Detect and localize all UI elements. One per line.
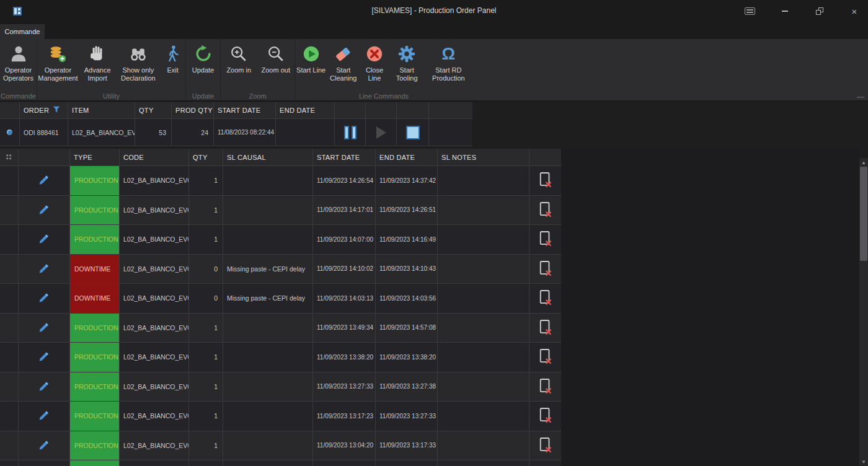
pencil-icon <box>37 232 51 247</box>
exit-button[interactable]: Exit <box>161 43 185 82</box>
sl-causal-column-header[interactable]: SL CAUSAL <box>223 149 313 165</box>
start-date-cell: 11/09/2023 13:27:33 <box>313 372 376 402</box>
edit-button[interactable] <box>19 343 70 372</box>
code-cell: L02_BA_BIANCO_EVO2 <box>120 402 189 431</box>
advance-import-button[interactable]: Advance Import <box>79 43 116 82</box>
edit-button[interactable] <box>19 255 70 284</box>
zoom-out-button[interactable]: Zoom out <box>258 43 294 74</box>
edit-button[interactable] <box>19 225 70 254</box>
table-row-partial[interactable] <box>0 460 561 466</box>
vertical-scrollbar[interactable]: ▲ ▼ <box>859 158 868 466</box>
table-row[interactable]: DOWNTIME L02_BA_BIANCO_EVO2 0 Missing pa… <box>0 284 561 314</box>
ribbon-group-update: Update Update <box>186 39 221 101</box>
causal-cell <box>223 372 313 402</box>
ribbon-splitter-grip[interactable] <box>857 97 864 98</box>
edit-button[interactable] <box>19 284 70 313</box>
sl-notes-column-header[interactable]: SL NOTES <box>438 149 529 165</box>
table-row[interactable]: PRODUCTION L02_BA_BIANCO_EVO2 1 11/09/20… <box>0 225 561 255</box>
funnel-icon[interactable] <box>53 106 60 115</box>
order-column-header[interactable]: ORDER <box>20 102 68 118</box>
item-column-header[interactable]: ITEM <box>68 102 135 118</box>
end-date-cell: 11/09/2023 14:37:42 <box>376 166 438 195</box>
scroll-up-icon[interactable]: ▲ <box>859 158 868 167</box>
code-cell: L02_BA_BIANCO_EVO2 <box>120 225 189 254</box>
table-row[interactable]: PRODUCTION L02_BA_BIANCO_EVO2 1 11/09/20… <box>0 431 561 461</box>
header-spacer <box>366 102 397 118</box>
qty-column-header[interactable]: QTY <box>189 149 223 165</box>
scroll-down-icon[interactable]: ▼ <box>859 457 868 466</box>
close-line-button[interactable]: Close Line <box>360 43 389 82</box>
type-cell: DOWNTIME <box>70 255 120 284</box>
scrollbar-thumb[interactable] <box>860 167 867 261</box>
type-column-header[interactable]: TYPE <box>70 149 120 165</box>
start-date-cell: 11/09/2023 13:04:20 <box>313 431 376 460</box>
row-indicator <box>0 225 19 254</box>
pause-button[interactable] <box>335 119 366 146</box>
edit-button[interactable] <box>19 402 70 431</box>
ribbon-group-label: Line Commands <box>295 92 472 100</box>
document-delete-icon <box>539 437 552 454</box>
table-row[interactable]: PRODUCTION L02_BA_BIANCO_EVO2 1 11/09/20… <box>0 166 561 196</box>
end-date-column-header[interactable]: END DATE <box>376 149 438 165</box>
restore-icon[interactable] <box>810 5 829 17</box>
stop-button[interactable] <box>397 119 429 146</box>
table-row[interactable]: PRODUCTION L02_BA_BIANCO_EVO2 1 11/09/20… <box>0 196 561 226</box>
ribbon-group-utility: Operator Management Advance Import Show … <box>37 39 186 101</box>
end-date-column-header[interactable]: END DATE <box>276 102 335 118</box>
row-indicator <box>0 166 19 195</box>
tab-commande[interactable]: Commande <box>0 24 45 39</box>
edit-button[interactable] <box>19 431 70 460</box>
play-button[interactable] <box>366 119 397 146</box>
button-label: Zoom in <box>226 66 251 74</box>
order-row[interactable]: ODI 888461 L02_BA_BIANCO_EV... 53 24 11/… <box>0 119 472 146</box>
delete-button[interactable] <box>529 284 561 313</box>
minimize-icon[interactable] <box>776 5 794 17</box>
update-button[interactable]: Update <box>187 43 219 74</box>
show-only-declaration-button[interactable]: Show only Declaration <box>117 43 160 82</box>
delete-button[interactable] <box>529 372 561 402</box>
notes-cell <box>438 314 529 343</box>
type-cell: PRODUCTION <box>70 402 120 431</box>
type-cell: PRODUCTION <box>70 166 120 195</box>
gear-icon <box>396 43 417 64</box>
button-label: Operator Operators <box>1 66 37 82</box>
qty-cell: 1 <box>189 314 223 343</box>
close-icon[interactable]: × <box>845 5 864 17</box>
operator-operators-button[interactable]: Operator Operators <box>1 43 37 82</box>
delete-button[interactable] <box>529 402 561 431</box>
edit-button[interactable] <box>19 196 70 225</box>
start-line-button[interactable]: Start Line <box>296 43 327 82</box>
delete-button[interactable] <box>529 166 561 195</box>
start-rd-production-button[interactable]: Ω Start RD Production <box>425 43 472 82</box>
qty-column-header[interactable]: QTY <box>135 102 172 118</box>
delete-button[interactable] <box>529 196 561 225</box>
edit-button[interactable] <box>19 372 70 402</box>
start-date-column-header[interactable]: START DATE <box>214 102 276 118</box>
header-label: ORDER <box>24 107 49 114</box>
edit-button[interactable] <box>19 314 70 343</box>
zoom-in-button[interactable]: Zoom in <box>221 43 256 74</box>
table-row[interactable]: PRODUCTION L02_BA_BIANCO_EVO2 1 11/09/20… <box>0 372 561 402</box>
start-tooling-button[interactable]: Start Tooling <box>389 43 424 82</box>
delete-button[interactable] <box>529 431 561 460</box>
type-cell: PRODUCTION <box>70 196 120 225</box>
delete-button[interactable] <box>529 225 561 254</box>
edit-button[interactable] <box>19 166 70 195</box>
start-date-column-header[interactable]: START DATE <box>313 149 376 165</box>
causal-cell: Missing paste - CEPI delay <box>223 255 313 284</box>
table-row[interactable]: PRODUCTION L02_BA_BIANCO_EVO2 1 11/09/20… <box>0 314 561 343</box>
play-icon <box>376 126 386 139</box>
operator-management-button[interactable]: Operator Management <box>37 43 78 82</box>
delete-button[interactable] <box>529 255 561 284</box>
delete-button[interactable] <box>529 343 561 372</box>
start-cleaning-button[interactable]: Start Cleaning <box>327 43 360 82</box>
keyboard-icon[interactable] <box>740 5 759 17</box>
omega-icon: Ω <box>438 43 459 64</box>
table-row[interactable]: PRODUCTION L02_BA_BIANCO_EVO2 1 11/09/20… <box>0 402 561 431</box>
delete-button[interactable] <box>529 314 561 343</box>
table-row[interactable]: PRODUCTION L02_BA_BIANCO_EVO2 1 11/09/20… <box>0 343 561 372</box>
table-row[interactable]: DOWNTIME L02_BA_BIANCO_EVO2 0 Missing pa… <box>0 255 561 284</box>
code-column-header[interactable]: CODE <box>120 149 189 165</box>
ribbon-group-line-commands: Start Line Start Cleaning Close Line <box>295 39 472 101</box>
prod-qty-column-header[interactable]: PROD QTY <box>172 102 214 118</box>
